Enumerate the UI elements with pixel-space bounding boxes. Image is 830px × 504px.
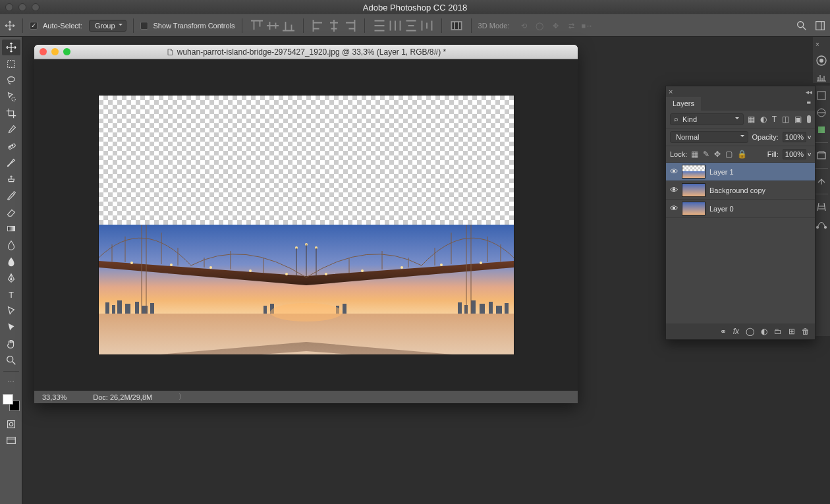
auto-select-checkbox[interactable]: Auto-Select: <box>30 22 82 30</box>
dist-2-icon[interactable] <box>387 18 403 34</box>
lock-transparent-icon[interactable]: ▦ <box>691 150 698 159</box>
clone-stamp-tool[interactable] <box>2 171 20 187</box>
lasso-tool[interactable] <box>2 72 20 88</box>
layer-name[interactable]: Layer 1 <box>709 168 734 176</box>
visibility-eye-icon[interactable]: 👁 <box>666 185 682 195</box>
layer-name[interactable]: Background copy <box>709 186 765 194</box>
zoom-level[interactable]: 33,33% <box>42 393 67 401</box>
quick-select-tool[interactable] <box>2 89 20 105</box>
foreground-color-swatch[interactable] <box>3 394 13 405</box>
delete-layer-icon[interactable]: 🗑 <box>802 327 810 336</box>
eyedropper-tool[interactable] <box>2 122 20 138</box>
history-brush-tool[interactable] <box>2 188 20 204</box>
layers-tab[interactable]: Layers <box>666 97 701 111</box>
paths-panel-icon[interactable] <box>816 218 827 230</box>
canvas-area[interactable] <box>34 59 578 390</box>
align-left-icon[interactable] <box>310 18 326 34</box>
type-tool[interactable]: T <box>2 287 20 302</box>
svg-rect-28 <box>480 304 485 314</box>
svg-rect-15 <box>7 437 15 444</box>
canvas[interactable] <box>99 96 514 354</box>
dodge-tool[interactable] <box>2 254 20 269</box>
layer-thumb[interactable] <box>682 183 706 197</box>
filter-shape-icon[interactable]: ◫ <box>782 115 789 124</box>
color-swatches[interactable] <box>3 394 20 411</box>
dock-close-icon[interactable]: × <box>816 41 819 48</box>
align-top-icon[interactable] <box>249 18 265 34</box>
dist-3-icon[interactable] <box>403 18 419 34</box>
status-flyout-icon[interactable]: 〉 <box>179 392 186 402</box>
history-panel-icon[interactable] <box>816 150 827 161</box>
fill-field[interactable]: 100%ⅴ <box>783 149 811 159</box>
layer-name[interactable]: Layer 0 <box>709 205 734 213</box>
filter-smart-icon[interactable]: ▣ <box>794 115 802 124</box>
panel-close-icon[interactable]: × <box>669 88 673 96</box>
lock-pixels-icon[interactable]: ✎ <box>703 150 709 159</box>
transform-controls-checkbox[interactable]: Show Transform Controls <box>140 22 235 30</box>
new-layer-icon[interactable]: ⊞ <box>788 327 795 336</box>
layer-row[interactable]: 👁 Layer 0 <box>666 200 815 218</box>
gradient-tool[interactable] <box>2 221 20 237</box>
pen-tool[interactable] <box>2 270 20 286</box>
quick-mask-icon[interactable] <box>2 416 20 432</box>
screen-mode-icon[interactable] <box>2 433 20 449</box>
auto-align-icon[interactable] <box>449 18 464 34</box>
layer-row[interactable]: 👁 Background copy <box>666 181 815 200</box>
workspace-switcher-icon[interactable] <box>814 20 826 32</box>
healing-tool[interactable] <box>2 138 20 154</box>
document-titlebar[interactable]: wuhan-parrot-island-bridge-2975427_1920.… <box>34 45 578 59</box>
visibility-eye-icon[interactable]: 👁 <box>666 167 682 177</box>
move-tool-options-icon[interactable] <box>4 20 16 32</box>
dist-4-icon[interactable] <box>419 18 435 34</box>
layer-row[interactable]: 👁 Layer 1 <box>666 163 815 181</box>
search-icon[interactable] <box>796 20 808 32</box>
properties-panel-icon[interactable] <box>816 175 827 187</box>
panel-collapse-icon[interactable]: ◂◂ <box>806 88 812 96</box>
layer-thumb[interactable] <box>682 165 706 179</box>
panel-menu-icon[interactable]: ≡ <box>803 97 815 111</box>
svg-rect-18 <box>105 302 109 314</box>
layer-filter-kind[interactable]: Kind <box>670 113 744 125</box>
layer-mask-icon[interactable]: ◯ <box>746 327 754 336</box>
blend-mode-dropdown[interactable]: Normal <box>670 131 748 143</box>
layer-thumb[interactable] <box>682 202 706 215</box>
filter-adjust-icon[interactable]: ◐ <box>760 115 767 124</box>
color-panel-icon[interactable] <box>816 55 827 67</box>
adjustment-layer-icon[interactable]: ◐ <box>761 327 767 336</box>
move-tool[interactable] <box>2 40 20 55</box>
libraries-panel-icon[interactable] <box>816 90 827 101</box>
filter-type-icon[interactable]: T <box>772 115 777 124</box>
direct-select-tool[interactable] <box>2 320 20 335</box>
doc-size[interactable]: Doc: 26,2M/29,8M <box>93 393 152 401</box>
zoom-tool[interactable] <box>2 352 20 368</box>
blur-tool[interactable] <box>2 237 20 253</box>
auto-select-dropdown[interactable]: Group <box>89 20 126 32</box>
styles-panel-icon[interactable] <box>816 124 827 136</box>
visibility-eye-icon[interactable]: 👁 <box>666 204 682 213</box>
adjustments-panel-icon[interactable] <box>816 107 827 119</box>
marquee-tool[interactable] <box>2 56 20 72</box>
brush-tool[interactable] <box>2 155 20 171</box>
hand-tool[interactable] <box>2 336 20 352</box>
channels-panel-icon[interactable] <box>816 201 827 213</box>
align-hcenter-icon[interactable] <box>326 18 342 34</box>
lock-all-icon[interactable]: 🔒 <box>737 150 747 159</box>
align-right-icon[interactable] <box>342 18 358 34</box>
svg-point-5 <box>11 98 14 101</box>
link-layers-icon[interactable]: ⚭ <box>720 327 727 336</box>
filter-pixel-icon[interactable]: ▦ <box>748 115 755 124</box>
opacity-field[interactable]: 100%ⅴ <box>783 132 811 142</box>
path-select-tool[interactable] <box>2 303 20 319</box>
lock-artboard-icon[interactable]: ▢ <box>725 150 733 159</box>
dist-1-icon[interactable] <box>372 18 387 34</box>
filter-toggle-icon[interactable] <box>807 115 811 123</box>
swatches-panel-icon[interactable] <box>816 72 827 84</box>
group-icon[interactable]: 🗀 <box>774 327 782 336</box>
align-vcenter-icon[interactable] <box>265 18 281 34</box>
eraser-tool[interactable] <box>2 204 20 220</box>
edit-toolbar-icon[interactable]: ⋯ <box>2 374 20 389</box>
lock-position-icon[interactable]: ✥ <box>714 150 721 159</box>
crop-tool[interactable] <box>2 105 20 121</box>
layer-fx-icon[interactable]: fx <box>733 327 739 336</box>
align-bottom-icon[interactable] <box>281 18 296 34</box>
